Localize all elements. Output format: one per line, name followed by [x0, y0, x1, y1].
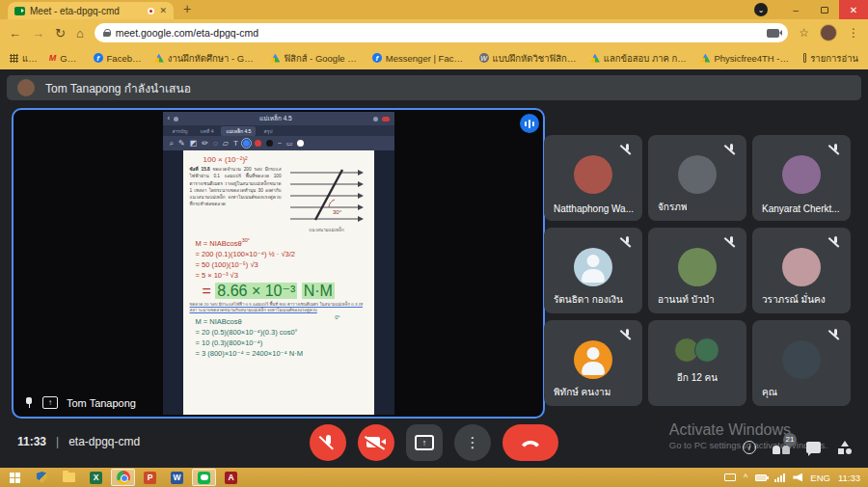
taskbar-file-explorer[interactable]	[57, 469, 81, 486]
leave-call-button[interactable]	[502, 424, 558, 461]
network-signal-icon[interactable]	[774, 473, 785, 482]
present-button[interactable]: ↑	[406, 424, 443, 461]
camera-permission-icon[interactable]	[767, 29, 779, 38]
line-app-icon	[198, 472, 210, 484]
participant-name: จักรภพ	[658, 200, 687, 214]
bookmark-apps[interactable]: แอป	[10, 51, 37, 66]
activities-button[interactable]	[837, 441, 853, 454]
browser-tab[interactable]: Meet - eta-dpgq-cmd ✕	[8, 2, 174, 19]
hidden-icons-caret[interactable]: ^	[744, 473, 747, 482]
highlighted-unit: N·M	[302, 283, 335, 299]
system-tray: ^ ENG 11:33	[724, 473, 865, 483]
taskbar-acrobat[interactable]: A	[219, 469, 243, 486]
bookmarks-bar: แอป MGmail fFacebook งานฝึกหัดศึกษา - Go…	[0, 46, 868, 69]
angle-note-2: 0°	[335, 313, 339, 321]
taskbar-excel[interactable]: X	[84, 469, 108, 486]
mic-toggle-button[interactable]	[310, 424, 346, 461]
taskbar-defender[interactable]	[30, 469, 54, 486]
windows-logo-icon	[10, 473, 20, 483]
people-panel-button[interactable]: 21	[773, 442, 790, 454]
bookmark-drive-2[interactable]: ฟิสิกส์ - Google ไดรฟ์	[270, 51, 359, 66]
presenting-banner: Tom Tanapong กำลังนำเสนอ	[7, 75, 861, 100]
notes-doc-title: แม่เหล็ก 4.5	[182, 114, 368, 123]
taskbar-chrome[interactable]	[111, 469, 135, 486]
presenter-avatar	[17, 79, 35, 96]
window-close-button[interactable]: ✕	[839, 0, 868, 19]
meeting-info: 11:33 | eta-dpgq-cmd	[17, 435, 140, 448]
forward-icon[interactable]: →	[32, 27, 44, 40]
call-controls: ↑ ⋮	[310, 424, 558, 461]
window-minimize-button[interactable]: –	[781, 0, 810, 19]
browser-menu-icon[interactable]: ⋮	[848, 26, 859, 40]
theme-profile-button[interactable]: ⌄	[754, 3, 768, 16]
back-icon[interactable]: ←	[9, 27, 21, 40]
reading-list-button[interactable]: รายการอ่าน	[803, 51, 858, 66]
participant-tile[interactable]: Natthaphong Wa...	[544, 135, 642, 221]
avatar	[782, 248, 821, 286]
avatar	[782, 155, 821, 194]
windows-taskbar: X P W A ^ ENG 11:33	[0, 468, 868, 487]
bookmark-drive-1[interactable]: งานฝึกหัดศึกษา - Googl...	[154, 51, 258, 66]
clock[interactable]: 11:33	[838, 473, 860, 483]
self-tile[interactable]: คุณ	[752, 320, 851, 406]
screen-record-indicator-icon	[382, 117, 390, 122]
mic-off-icon	[828, 235, 842, 248]
participant-tile[interactable]: พิทักษ์ คนงาม	[544, 320, 642, 406]
bookmark-facebook[interactable]: fFacebook	[94, 53, 142, 64]
tab-close-icon[interactable]: ✕	[159, 6, 167, 15]
lock-icon[interactable]	[103, 29, 110, 37]
bookmark-drive-3[interactable]: แลกข้อสอบ ภาค ก. เธ...	[590, 51, 689, 66]
participant-tile[interactable]: วราภรณ์ มั่นคง	[752, 228, 851, 313]
mic-off-icon	[724, 143, 738, 155]
mic-off-icon	[620, 235, 634, 248]
overflow-participants-tile[interactable]: อีก 12 คน	[648, 320, 746, 406]
camera-off-icon	[366, 436, 386, 449]
camera-toggle-button[interactable]	[358, 424, 394, 461]
window-restore-button[interactable]	[810, 0, 839, 19]
bookmark-messenger[interactable]: fMessenger | Facebo...	[372, 53, 467, 64]
browser-avatar[interactable]	[820, 24, 837, 41]
participant-tile[interactable]: Kanyarat Cherkt...	[752, 135, 851, 221]
problem-1-text: ข้อที่ 15.8 ขดลวดจำนวน 200 รอบ มีกระแสไฟ…	[190, 166, 282, 233]
bookmark-star-icon[interactable]: ☆	[799, 26, 809, 40]
start-button[interactable]	[3, 469, 27, 486]
word-icon: W	[171, 472, 183, 484]
touch-keyboard-icon[interactable]	[724, 473, 736, 481]
speaker-icon[interactable]	[793, 473, 802, 482]
url-text[interactable]: meet.google.com/eta-dpgq-cmd	[116, 27, 761, 39]
meet-side-panel-buttons: i 21	[743, 441, 853, 454]
pin-icon[interactable]	[24, 396, 34, 409]
bookmark-drive-4[interactable]: Physicfree4TH - Sh...	[700, 53, 791, 64]
notes-page: 100 × (10⁻²)² ข้อที่ 15.8 ขดลวดจำนวน 200…	[183, 150, 374, 415]
messenger-icon: f	[372, 53, 382, 63]
zoom-tool-icon: ⌕	[170, 140, 174, 148]
participant-tile[interactable]: จักรภพ	[648, 135, 746, 221]
home-icon[interactable]: ⌂	[76, 27, 84, 40]
presentation-tile[interactable]: ‹ แม่เหล็ก 4.5 สารบัญ บทที่ 4 แม่เหล็ก 4…	[12, 108, 545, 419]
bookmark-gmail[interactable]: MGmail	[49, 53, 81, 64]
meeting-details-button[interactable]: i	[743, 441, 756, 454]
notes-tab-row: สารบัญ บทที่ 4 แม่เหล็ก 4.5 สรุป	[163, 125, 394, 136]
notes-tab: บทที่ 4	[195, 126, 218, 136]
meet-bottom-bar: 11:33 | eta-dpgq-cmd ↑ ⋮ Activate Window…	[0, 421, 868, 468]
participant-tile[interactable]: อานนท์ บัวบำ	[648, 228, 746, 313]
chat-panel-button[interactable]	[806, 442, 821, 453]
battery-icon[interactable]	[755, 474, 767, 481]
avatar	[782, 340, 821, 379]
avatar-silhouette	[574, 248, 612, 286]
taskbar-word[interactable]: W	[165, 469, 189, 486]
taskbar-line[interactable]	[192, 469, 216, 486]
participant-tile[interactable]: รัตนธิดา กองเงิน	[544, 228, 642, 313]
meeting-code: eta-dpgq-cmd	[68, 435, 140, 448]
language-indicator[interactable]: ENG	[810, 473, 830, 483]
apps-grid-icon	[10, 54, 18, 63]
highlighted-answer: 8.66 × 10⁻³	[215, 283, 297, 299]
refresh-icon[interactable]: ↻	[55, 27, 66, 40]
address-bar[interactable]: meet.google.com/eta-dpgq-cmd	[95, 23, 788, 42]
taskbar-powerpoint[interactable]: P	[138, 469, 162, 486]
acrobat-icon: A	[225, 472, 237, 484]
presenter-name: Tom Tanapong	[67, 397, 136, 409]
more-options-button[interactable]: ⋮	[454, 424, 491, 461]
new-tab-button[interactable]: +	[183, 1, 191, 16]
bookmark-wordpress[interactable]: Wแบบฝึกหัดวิชาฟิสิกส์ ธ...	[479, 51, 578, 66]
